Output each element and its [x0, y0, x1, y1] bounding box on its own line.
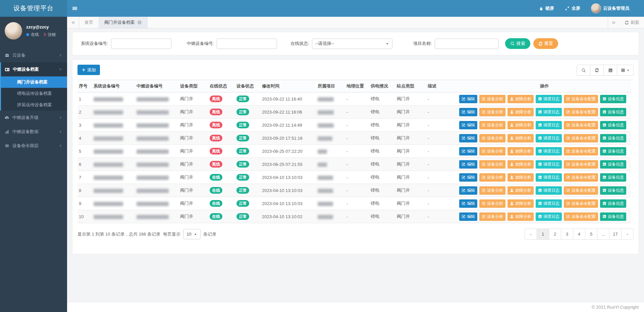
pager-page-17-button[interactable]: 17 [609, 229, 622, 240]
row-action-编辑-button[interactable]: 编辑 [459, 160, 477, 169]
row-action-故障分析-button[interactable]: 故障分析 [507, 160, 534, 169]
table-detail-view-button[interactable] [603, 65, 617, 76]
add-button[interactable]: 添加 [77, 65, 100, 75]
row-action-设备信息-button[interactable]: 设备信息 [600, 212, 626, 221]
pager-next-button[interactable]: › [621, 229, 634, 240]
tab-close-icon[interactable] [137, 20, 142, 25]
row-action-调度日志-button[interactable]: 调度日志 [536, 199, 562, 208]
sidebar-item-1[interactable]: 中燃设备档案 [1, 62, 67, 76]
row-action-设备信息-button[interactable]: 设备信息 [600, 95, 626, 103]
row-action-设备分析-button[interactable]: 设备分析 [479, 108, 505, 116]
fullscreen-button[interactable]: 全屏 [559, 0, 586, 17]
tabs-scroll-left-button[interactable] [67, 17, 79, 28]
row-action-设备信息-button[interactable]: 设备信息 [600, 121, 626, 129]
pager-page-5-button[interactable]: 5 [585, 229, 597, 240]
row-action-设备命令配置-button[interactable]: 设备命令配置 [564, 121, 598, 129]
row-action-调度日志-button[interactable]: 调度日志 [536, 160, 562, 169]
row-action-编辑-button[interactable]: 编辑 [459, 134, 477, 142]
row-action-设备分析-button[interactable]: 设备分析 [479, 121, 505, 129]
row-action-设备分析-button[interactable]: 设备分析 [479, 95, 505, 103]
sidebar-item-0[interactable]: 云设备 [0, 48, 67, 62]
row-action-设备命令配置-button[interactable]: 设备命令配置 [564, 199, 598, 208]
online-state-select[interactable]: --请选择-- [312, 39, 392, 49]
row-action-设备信息-button[interactable]: 设备信息 [600, 147, 626, 155]
user-menu-button[interactable]: 云设备管理员 [586, 0, 635, 17]
row-action-故障分析-button[interactable]: 故障分析 [507, 134, 534, 142]
row-action-设备信息-button[interactable]: 设备信息 [600, 160, 626, 169]
table-columns-button[interactable] [617, 65, 634, 76]
row-action-故障分析-button[interactable]: 故障分析 [507, 147, 534, 155]
tab-refresh-button[interactable]: 刷新 [620, 17, 644, 28]
row-action-设备命令配置-button[interactable]: 设备命令配置 [564, 134, 598, 142]
project-name-input[interactable] [435, 39, 498, 49]
row-action-设备信息-button[interactable]: 设备信息 [600, 173, 626, 182]
row-action-编辑-button[interactable]: 编辑 [459, 108, 477, 116]
row-action-设备命令配置-button[interactable]: 设备命令配置 [564, 186, 598, 195]
reset-button[interactable]: 重置 [533, 38, 558, 49]
pager-page-3-button[interactable]: 3 [561, 229, 573, 240]
row-action-设备分析-button[interactable]: 设备分析 [479, 160, 505, 169]
page-size-dropdown[interactable]: 10 [183, 229, 201, 239]
row-action-设备分析-button[interactable]: 设备分析 [479, 186, 505, 195]
row-action-故障分析-button[interactable]: 故障分析 [507, 108, 534, 116]
tabs-scroll-right-button[interactable] [608, 17, 620, 28]
table-search-toggle-button[interactable] [577, 65, 590, 76]
row-action-编辑-button[interactable]: 编辑 [459, 121, 477, 129]
row-action-编辑-button[interactable]: 编辑 [459, 173, 477, 182]
sidebar-toggle-button[interactable] [67, 0, 83, 17]
sidebar-item-2[interactable]: 中燃设备升级 [0, 111, 67, 125]
pager-prev-button[interactable]: ‹ [525, 229, 537, 240]
row-action-设备命令配置-button[interactable]: 设备命令配置 [564, 212, 598, 221]
row-action-调度日志-button[interactable]: 调度日志 [536, 121, 562, 129]
row-action-调度日志-button[interactable]: 调度日志 [536, 147, 562, 155]
row-action-调度日志-button[interactable]: 调度日志 [536, 108, 562, 116]
logout-button[interactable]: 注销 [43, 32, 56, 38]
row-action-设备信息-button[interactable]: 设备信息 [600, 108, 626, 116]
row-action-故障分析-button[interactable]: 故障分析 [507, 199, 534, 208]
row-action-设备命令配置-button[interactable]: 设备命令配置 [564, 95, 598, 103]
row-action-编辑-button[interactable]: 编辑 [459, 199, 477, 208]
pager-page-4-button[interactable]: 4 [573, 229, 585, 240]
lock-screen-button[interactable]: 锁屏 [534, 0, 559, 17]
cn-device-no-input[interactable] [217, 39, 277, 49]
row-action-故障分析-button[interactable]: 故障分析 [507, 173, 534, 182]
row-action-设备信息-button[interactable]: 设备信息 [600, 186, 626, 195]
row-action-调度日志-button[interactable]: 调度日志 [536, 186, 562, 195]
table-refresh-button[interactable] [590, 65, 604, 76]
row-action-编辑-button[interactable]: 编辑 [459, 212, 477, 221]
row-action-设备命令配置-button[interactable]: 设备命令配置 [564, 108, 598, 116]
search-button[interactable]: 搜索 [505, 38, 530, 49]
row-action-设备命令配置-button[interactable]: 设备命令配置 [564, 160, 598, 169]
tab-home[interactable]: 首页 [79, 17, 99, 28]
pager-ellipsis[interactable]: ... [597, 229, 609, 240]
sidebar-item-4[interactable]: 设备命令跟踪 [0, 139, 67, 153]
system-device-no-input[interactable] [111, 39, 171, 49]
row-action-设备命令配置-button[interactable]: 设备命令配置 [564, 147, 598, 155]
row-action-编辑-button[interactable]: 编辑 [459, 186, 477, 195]
pager-page-2-button[interactable]: 2 [549, 229, 561, 240]
sidebar-subitem-1-0[interactable]: 阀门井设备档案 [1, 76, 67, 88]
row-action-故障分析-button[interactable]: 故障分析 [507, 212, 534, 221]
row-action-设备命令配置-button[interactable]: 设备命令配置 [564, 173, 598, 182]
row-action-设备信息-button[interactable]: 设备信息 [600, 199, 626, 208]
row-action-故障分析-button[interactable]: 故障分析 [507, 121, 534, 129]
row-action-调度日志-button[interactable]: 调度日志 [536, 95, 562, 103]
sidebar-item-3[interactable]: 中燃设备数据 [0, 125, 67, 139]
row-action-设备信息-button[interactable]: 设备信息 [600, 134, 626, 142]
row-action-故障分析-button[interactable]: 故障分析 [507, 186, 534, 195]
row-action-设备分析-button[interactable]: 设备分析 [479, 147, 505, 155]
sidebar-subitem-1-2[interactable]: 拼装远传设备档案 [1, 99, 67, 111]
row-action-编辑-button[interactable]: 编辑 [459, 147, 477, 155]
tab-valve-well-archive[interactable]: 阀门井设备档案 [99, 17, 148, 28]
row-action-调度日志-button[interactable]: 调度日志 [536, 173, 562, 182]
row-action-调度日志-button[interactable]: 调度日志 [536, 212, 562, 221]
row-action-设备分析-button[interactable]: 设备分析 [479, 199, 505, 208]
sidebar-subitem-1-1[interactable]: 锂电远传设备档案 [1, 88, 67, 99]
row-action-故障分析-button[interactable]: 故障分析 [507, 95, 534, 103]
row-action-调度日志-button[interactable]: 调度日志 [536, 134, 562, 142]
pager-page-1-button[interactable]: 1 [537, 229, 549, 240]
row-action-设备分析-button[interactable]: 设备分析 [479, 173, 505, 182]
row-action-设备分析-button[interactable]: 设备分析 [479, 134, 505, 142]
row-action-编辑-button[interactable]: 编辑 [459, 95, 477, 103]
row-action-设备分析-button[interactable]: 设备分析 [479, 212, 505, 221]
